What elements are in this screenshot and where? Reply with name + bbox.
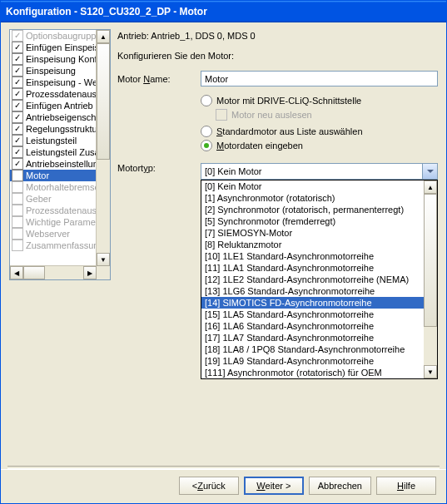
scroll-down-icon[interactable]: ▼ [424, 365, 437, 378]
tree-item[interactable]: Motorhaltebremse [10, 181, 97, 193]
dropdown-scrollbar[interactable]: ▲ ▼ [424, 180, 437, 378]
dropdown-item[interactable]: [5] Synchronmotor (fremderregt) [201, 215, 424, 227]
dropdown-item[interactable]: [7] SIEMOSYN-Motor [201, 227, 424, 239]
dropdown-item[interactable]: [13] 1LG6 Standard-Asynchronmotorreihe [201, 285, 424, 297]
tree-item[interactable]: ✓Einfügen Einspeisu [10, 42, 97, 53]
dropdown-item[interactable]: [15] 1LA5 Standard-Asynchronmotorreihe [201, 309, 424, 320]
radio-standard-motor[interactable]: Standardmotor aus Liste auswählen [201, 126, 438, 137]
tree-item-label: Regelungsstruktur [26, 124, 97, 134]
tree-item[interactable]: ✓Einspeisung - Weite [10, 77, 97, 88]
dropdown-item[interactable]: [18] 1LA8 / 1PQ8 Standard-Asynchronmotor… [201, 343, 424, 355]
checkbox-icon [12, 170, 23, 181]
checkbox-icon: ✓ [12, 42, 23, 53]
tree-item-label: Antriebseigenschaf [26, 112, 97, 122]
checkbox-icon: ✓ [12, 123, 23, 135]
tree-item-label: Wichtige Parameter [26, 217, 97, 227]
tree-item[interactable]: ✓Optionsbaugruppe [10, 30, 97, 42]
dropdown-item[interactable]: [11] 1LA1 Standard-Asynchronmotorreihe [201, 262, 424, 274]
radio-motor-data-input[interactable]: Motordaten eingeben [201, 140, 438, 151]
checkbox-icon: ✓ [12, 65, 23, 77]
dropdown-item[interactable]: [14] SIMOTICS FD-Asynchronmotorreihe [201, 297, 424, 309]
checkbox-icon: ✓ [12, 146, 23, 158]
scroll-up-icon[interactable]: ▲ [424, 180, 437, 194]
scroll-down-icon[interactable]: ▼ [97, 253, 110, 266]
checkbox-icon: ✓ [12, 30, 23, 42]
scroll-corner [97, 266, 110, 279]
cancel-button[interactable]: Abbrechen [309, 477, 371, 495]
checkbox-icon: ✓ [12, 135, 23, 146]
dropdown-item[interactable]: [10] 1LE1 Standard-Asynchronmotorreihe [201, 250, 424, 262]
checkbox-icon: ✓ [12, 158, 23, 170]
configure-motor-label: Konfigurieren Sie den Motor: [117, 51, 438, 61]
dropdown-item[interactable]: [19] 1LA9 Standard-Asynchronmotorreihe [201, 355, 424, 367]
checkbox-icon [12, 216, 23, 228]
checkbox-icon [12, 181, 23, 193]
checkbox-icon [12, 228, 23, 240]
checkbox-icon: ✓ [12, 53, 23, 65]
tree-item[interactable]: Wichtige Parameter [10, 216, 97, 228]
dropdown-item[interactable]: [8] Reluktanzmotor [201, 239, 424, 250]
tree-item[interactable]: ✓Antriebseigenschaf [10, 111, 97, 123]
radio-drive-cliq[interactable]: Motor mit DRIVE-CLiQ-Schnittstelle [201, 95, 438, 106]
titlebar: Konfiguration - S120_CU320_2_DP - Motor [1, 1, 446, 22]
dropdown-item[interactable]: [12] 1LE2 Standard-Asynchronmotorreihe (… [201, 274, 424, 285]
checkbox-icon [12, 205, 23, 216]
window-title: Konfiguration - S120_CU320_2_DP - Motor [6, 6, 207, 17]
tree-item-label: Einspeisung Konfig [26, 54, 97, 64]
tree-item-label: Einspeisung [26, 66, 76, 76]
tree-item[interactable]: Prozessdatenausta [10, 205, 97, 216]
dropdown-icon[interactable] [422, 164, 437, 179]
dropdown-item[interactable]: [2] Synchronmotor (rotatorisch, permanen… [201, 204, 424, 215]
tree-item[interactable]: ✓Leistungsteil [10, 135, 97, 146]
checkbox-icon [12, 193, 23, 205]
tree-item[interactable]: ✓Prozessdatenausta [10, 88, 97, 100]
scroll-left-icon[interactable]: ◀ [10, 266, 23, 279]
help-button[interactable]: Hilfe [376, 477, 436, 495]
tree-item-label: Leistungsteil Zusatz [26, 147, 97, 157]
checkbox-icon: ✓ [12, 100, 23, 111]
tree-item[interactable]: Zusammenfassung [10, 240, 97, 251]
tree-item-label: Leistungsteil [26, 136, 77, 146]
drive-info-label: Antrieb: Antrieb_1, DDS 0, MDS 0 [117, 29, 438, 51]
tree-item[interactable]: ✓Einspeisung Konfig [10, 53, 97, 65]
tree-item[interactable]: ✓Leistungsteil Zusatz [10, 146, 97, 158]
tree-item-label: Prozessdatenausta [26, 89, 97, 99]
checkbox-motor-reread: Motor neu auslesen [216, 109, 438, 121]
tree-item-label: Einfügen Antrieb [26, 101, 93, 111]
tree-item-label: Prozessdatenausta [26, 205, 97, 215]
tree-item[interactable]: Geber [10, 193, 97, 205]
checkbox-icon: ✓ [12, 88, 23, 100]
motor-type-label: Motortyp: [117, 163, 201, 173]
motor-name-input[interactable] [201, 71, 438, 86]
tree-item[interactable]: ✓Antriebseinstellung [10, 158, 97, 170]
back-button[interactable]: < Zurück [179, 477, 239, 495]
dropdown-item[interactable]: [17] 1LA7 Standard-Asynchronmotorreihe [201, 332, 424, 343]
tree-item[interactable]: Motor [10, 170, 97, 181]
wizard-step-tree[interactable]: ✓Optionsbaugruppe✓Einfügen Einspeisu✓Ein… [9, 29, 111, 280]
tree-horizontal-scrollbar[interactable]: ◀ ▶ [10, 265, 97, 279]
dropdown-item[interactable]: [16] 1LA6 Standard-Asynchronmotorreihe [201, 320, 424, 332]
scroll-right-icon[interactable]: ▶ [83, 266, 97, 279]
tree-item[interactable]: ✓Einspeisung [10, 65, 97, 77]
dropdown-item[interactable]: [0] Kein Motor [201, 180, 424, 192]
motor-name-label: Motor Name: [117, 74, 201, 84]
scroll-up-icon[interactable]: ▲ [97, 30, 110, 43]
scroll-thumb[interactable] [424, 194, 437, 327]
scroll-thumb-h[interactable] [23, 266, 45, 279]
next-button[interactable]: Weiter > [244, 477, 304, 495]
checkbox-icon: ✓ [12, 77, 23, 88]
motor-type-dropdown[interactable]: [0] Kein Motor[1] Asynchronmotor (rotato… [201, 180, 438, 379]
tree-vertical-scrollbar[interactable]: ▲ ▼ [96, 30, 110, 266]
dropdown-item[interactable]: [1] Asynchronmotor (rotatorisch) [201, 192, 424, 204]
scroll-thumb[interactable] [97, 43, 110, 160]
checkbox-icon [12, 240, 23, 251]
motor-type-combobox[interactable]: [0] Kein Motor [201, 163, 438, 180]
tree-item-label: Geber [26, 194, 52, 204]
tree-item[interactable]: Webserver [10, 228, 97, 240]
tree-item-label: Optionsbaugruppe [26, 31, 97, 41]
dropdown-item[interactable]: [111] Asynchronmotor (rotatorisch) für O… [201, 367, 424, 378]
tree-item-label: Motorhaltebremse [26, 182, 97, 192]
tree-item[interactable]: ✓Regelungsstruktur [10, 123, 97, 135]
tree-item-label: Motor [26, 170, 49, 180]
tree-item[interactable]: ✓Einfügen Antrieb [10, 100, 97, 111]
